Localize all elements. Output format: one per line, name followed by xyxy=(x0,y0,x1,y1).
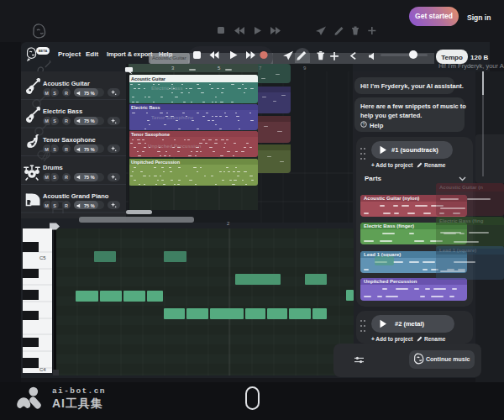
svg-text:?: ? xyxy=(363,122,365,127)
